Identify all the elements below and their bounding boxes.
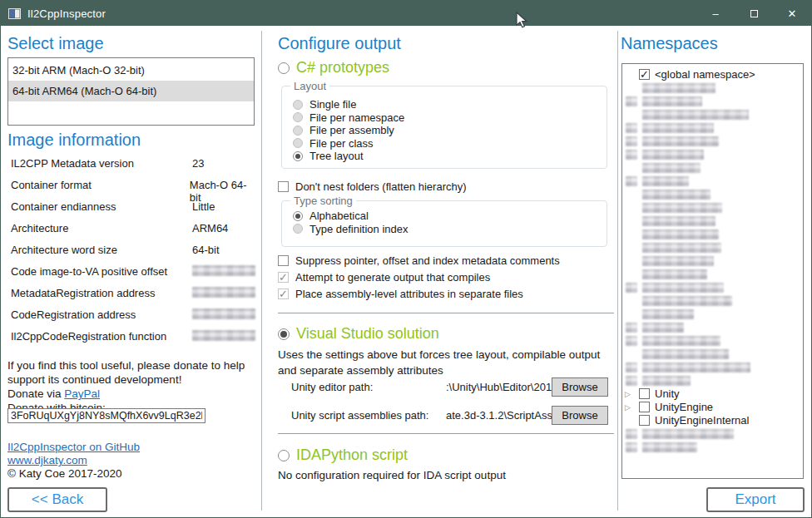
redacted-label bbox=[642, 216, 715, 226]
namespace-item-redacted[interactable] bbox=[622, 121, 803, 135]
app-window: Il2CppInspector – ✕ Select image 32-bit … bbox=[0, 0, 812, 518]
namespace-item-redacted[interactable] bbox=[622, 374, 803, 387]
expander-icon[interactable]: ▷ bbox=[625, 402, 635, 412]
type-sorting-group-title: Type sorting bbox=[290, 195, 356, 207]
output-option-checkbox: Attempt to generate output that compiles bbox=[278, 269, 490, 284]
namespace-label: Unity bbox=[655, 387, 680, 401]
unity-editor-path-label: Unity editor path: bbox=[291, 381, 446, 393]
export-button[interactable]: Export bbox=[706, 487, 805, 512]
namespaces-tree[interactable]: <global namespace>▷Unity▷UnityEngineUnit… bbox=[621, 63, 804, 479]
info-label: Code image-to-VA positive offset bbox=[11, 265, 192, 278]
namespace-item-redacted[interactable] bbox=[622, 348, 803, 361]
redacted-label bbox=[642, 96, 702, 106]
namespace-item-redacted[interactable] bbox=[622, 361, 803, 374]
info-row: Architecture word size64-bit bbox=[7, 244, 257, 265]
copyright-text: © Katy Coe 2017-2020 bbox=[7, 467, 140, 481]
namespace-checkbox[interactable] bbox=[639, 415, 650, 426]
maximize-button[interactable] bbox=[735, 1, 773, 26]
section-divider bbox=[278, 313, 614, 313]
checkbox-label: Attempt to generate output that compiles bbox=[295, 271, 490, 284]
checkbox-label: Place assembly-level attributes in separ… bbox=[295, 288, 523, 300]
flatten-checkbox[interactable]: Don't nest folders (flatten hierarchy) bbox=[278, 179, 467, 194]
type-sorting-option: Type definition index bbox=[293, 223, 602, 236]
namespace-item[interactable]: UnityEngineInternal bbox=[622, 414, 803, 427]
unity-editor-browse-button[interactable]: Browse bbox=[552, 377, 608, 397]
namespace-item-redacted[interactable] bbox=[622, 81, 803, 95]
layout-option-label: File per assembly bbox=[309, 124, 394, 136]
close-button[interactable]: ✕ bbox=[773, 1, 811, 26]
namespace-item-redacted[interactable] bbox=[622, 135, 803, 148]
radio-icon bbox=[293, 224, 303, 234]
layout-option[interactable]: Tree layout bbox=[293, 150, 602, 163]
namespace-item-redacted[interactable] bbox=[622, 108, 803, 121]
website-link[interactable]: www.djkaty.com bbox=[7, 454, 87, 466]
info-value: Little bbox=[192, 200, 215, 213]
namespace-label: <global namespace> bbox=[655, 68, 755, 81]
namespace-item-redacted[interactable] bbox=[622, 241, 803, 254]
namespace-item[interactable]: ▷Unity bbox=[622, 387, 803, 401]
unity-assemblies-browse-button[interactable]: Browse bbox=[552, 406, 608, 425]
info-row: Il2CppCodeRegistration function bbox=[7, 330, 257, 352]
redacted-checkbox bbox=[626, 429, 637, 439]
namespaces-heading: Namespaces bbox=[621, 34, 718, 53]
namespace-item[interactable]: <global namespace> bbox=[622, 68, 803, 81]
visual-studio-radio[interactable]: Visual Studio solution bbox=[278, 325, 439, 343]
output-option-checkbox[interactable]: Suppress pointer, offset and index metad… bbox=[278, 253, 560, 268]
info-label: Container format bbox=[11, 179, 190, 191]
minimize-button[interactable]: – bbox=[696, 1, 735, 26]
image-listbox[interactable]: 32-bit ARM (Mach-O 32-bit)64-bit ARM64 (… bbox=[7, 57, 255, 126]
namespace-item-redacted[interactable] bbox=[622, 321, 803, 334]
namespace-label: UnityEngine bbox=[655, 401, 713, 414]
github-link[interactable]: Il2CppInspector on GitHub bbox=[7, 441, 140, 453]
redacted-label bbox=[642, 190, 710, 200]
namespace-item-redacted[interactable] bbox=[622, 161, 803, 175]
namespace-item-redacted[interactable] bbox=[622, 281, 803, 294]
layout-groupbox: Layout Single fileFile per namespaceFile… bbox=[281, 86, 607, 169]
namespace-item-redacted[interactable] bbox=[622, 148, 803, 161]
namespace-checkbox[interactable] bbox=[639, 388, 650, 399]
type-sorting-options: AlphabeticalType definition index bbox=[293, 210, 602, 235]
donate-message: If you find this tool useful, please don… bbox=[7, 358, 255, 387]
namespace-item-redacted[interactable] bbox=[622, 201, 803, 215]
radio-icon bbox=[293, 100, 303, 110]
titlebar[interactable]: Il2CppInspector – ✕ bbox=[1, 1, 811, 26]
radio-icon bbox=[278, 328, 290, 340]
bitcoin-address-input[interactable] bbox=[7, 408, 205, 423]
idapython-radio[interactable]: IDAPython script bbox=[278, 446, 408, 464]
redacted-label bbox=[642, 429, 734, 439]
redacted-label bbox=[642, 309, 694, 319]
namespace-checkbox[interactable] bbox=[639, 402, 650, 412]
donate-via-line: Donate via PayPal bbox=[7, 387, 255, 401]
redacted-label bbox=[642, 376, 691, 386]
back-button[interactable]: << Back bbox=[7, 487, 107, 512]
image-list-item[interactable]: 64-bit ARM64 (Mach-O 64-bit) bbox=[8, 81, 254, 101]
namespace-item-redacted[interactable] bbox=[622, 334, 803, 348]
csharp-prototypes-radio[interactable]: C# prototypes bbox=[278, 59, 389, 76]
redacted-checkbox bbox=[626, 150, 637, 160]
redacted-label bbox=[642, 229, 719, 239]
namespace-item-redacted[interactable] bbox=[622, 228, 803, 241]
redacted-value bbox=[192, 287, 255, 298]
info-value: ARM64 bbox=[192, 222, 228, 234]
namespace-item[interactable]: ▷UnityEngine bbox=[622, 401, 803, 414]
namespace-item-redacted[interactable] bbox=[622, 95, 803, 108]
info-label: IL2CPP Metadata version bbox=[11, 157, 192, 170]
namespace-item-redacted[interactable] bbox=[622, 254, 803, 268]
namespace-item-redacted[interactable] bbox=[622, 188, 803, 201]
namespace-item-redacted[interactable] bbox=[622, 441, 803, 454]
namespace-item-redacted[interactable] bbox=[622, 215, 803, 228]
redacted-value bbox=[192, 265, 255, 276]
namespace-item-redacted[interactable] bbox=[622, 294, 803, 308]
layout-option-label: File per namespace bbox=[309, 111, 404, 124]
redacted-checkbox bbox=[626, 123, 637, 133]
image-list-item[interactable]: 32-bit ARM (Mach-O 32-bit) bbox=[8, 60, 254, 81]
namespace-item-redacted[interactable] bbox=[622, 268, 803, 281]
expander-icon[interactable]: ▷ bbox=[625, 389, 635, 399]
type-sorting-option[interactable]: Alphabetical bbox=[293, 210, 602, 223]
info-row: Code image-to-VA positive offset bbox=[7, 265, 257, 287]
paypal-link[interactable]: PayPal bbox=[64, 387, 100, 400]
namespace-item-redacted[interactable] bbox=[622, 175, 803, 188]
namespace-item-redacted[interactable] bbox=[622, 308, 803, 321]
namespace-checkbox[interactable] bbox=[639, 69, 650, 80]
namespace-item-redacted[interactable] bbox=[622, 427, 803, 441]
